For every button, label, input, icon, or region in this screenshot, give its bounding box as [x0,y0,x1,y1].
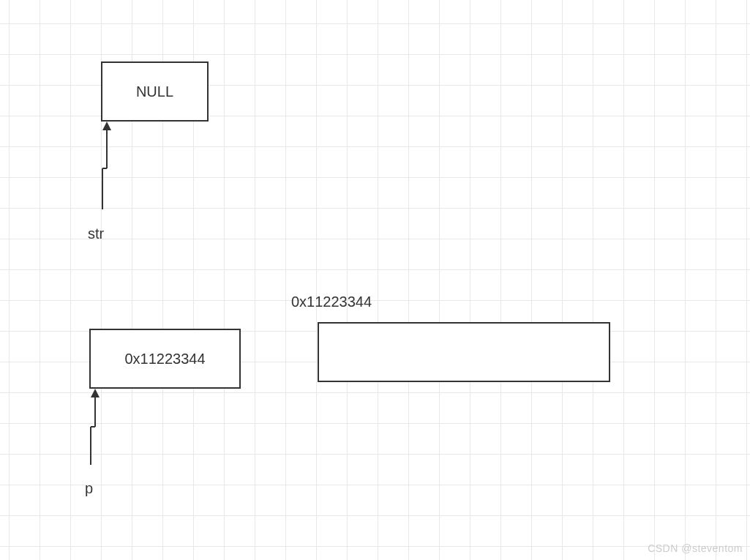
address-label: 0x11223344 [291,294,372,310]
null-box: NULL [101,61,209,122]
memory-box [318,322,610,382]
p-value-box: 0x11223344 [89,329,241,389]
svg-marker-7 [91,389,100,397]
arrow-str-to-null [92,122,114,211]
str-label: str [88,225,104,242]
watermark: CSDN @steventom [648,542,743,554]
null-box-label: NULL [136,83,173,100]
arrow-p-to-box [80,389,102,466]
p-label: p [85,480,93,497]
svg-marker-3 [102,122,111,130]
p-value-box-label: 0x11223344 [124,351,205,367]
